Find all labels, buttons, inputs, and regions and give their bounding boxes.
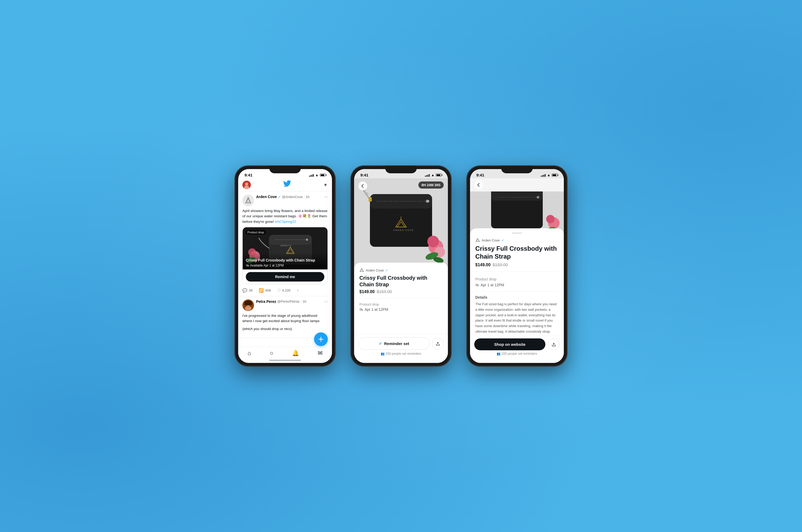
tweet-1-verified: ✓ bbox=[278, 195, 281, 199]
tweet-1-hashtag[interactable]: #ACSpring22 bbox=[275, 220, 296, 224]
detail-drop-row: 🛍 Apr 1 at 12PM bbox=[475, 283, 559, 287]
signal-icon bbox=[309, 174, 314, 177]
tweet-comment-action[interactable]: 💬 38 bbox=[242, 288, 253, 293]
svg-point-44 bbox=[427, 236, 439, 247]
phone-3-notch bbox=[501, 166, 533, 173]
tweet-product-card[interactable]: ARDEN CO Product drop Crissy Full Crossb… bbox=[242, 227, 328, 284]
compose-fab-button[interactable] bbox=[314, 332, 328, 346]
nav-bell-icon[interactable]: 🔔 bbox=[292, 350, 299, 357]
svg-point-23 bbox=[245, 306, 251, 311]
comment-icon: 💬 bbox=[242, 288, 247, 293]
back-button-2[interactable] bbox=[358, 182, 367, 190]
people-reminder-2: 👥 200 people set reminders bbox=[358, 352, 444, 356]
reminder-set-button[interactable]: ✓ Reminder set bbox=[358, 337, 429, 350]
tweet-retweet-action[interactable]: 🔁 468 bbox=[259, 288, 271, 293]
phone-1-status-icons: ▲ bbox=[309, 173, 325, 177]
tweet-2-text2: (which you should drop ur recs) bbox=[242, 326, 328, 331]
detail-brand-row: Arden Cove ✓ bbox=[475, 238, 559, 243]
share-button-2[interactable] bbox=[432, 338, 444, 349]
battery-icon-2 bbox=[436, 174, 442, 176]
svg-rect-52 bbox=[491, 191, 543, 201]
tweet-2-text: i've progressed to the stage of young ad… bbox=[242, 313, 328, 324]
tweet-share-action[interactable]: ↑ bbox=[297, 288, 299, 292]
tweet-1: Arden Cove ✓ @ArdenCove · 1h ··· April s… bbox=[238, 191, 332, 296]
phone2-bottom-actions: ✓ Reminder set 👥 200 people set remi bbox=[354, 334, 448, 363]
price-current-2: $149.00 bbox=[359, 289, 375, 294]
retweet-icon: 🔁 bbox=[259, 288, 264, 293]
price-original-2: $159.00 bbox=[377, 289, 392, 294]
remind-me-button[interactable]: Remind me bbox=[246, 272, 324, 282]
phone-2: 9:41 ▲ bbox=[351, 166, 451, 366]
brand-row-2: Arden Cove ✓ bbox=[359, 268, 443, 272]
tweet-1-more-button[interactable]: ··· bbox=[324, 195, 328, 200]
svg-point-56 bbox=[546, 215, 555, 223]
profile-avatar[interactable] bbox=[242, 180, 251, 189]
twitter-logo bbox=[283, 180, 291, 189]
price-row-2: $149.00 $159.00 bbox=[359, 289, 443, 294]
brand-name-2: Arden Cove bbox=[366, 268, 384, 272]
people-reminder-3: 👥 200 people set reminders bbox=[474, 352, 560, 356]
signal-icon-3 bbox=[541, 174, 546, 177]
svg-text:ARDEN COVE: ARDEN COVE bbox=[393, 229, 414, 231]
phone-3-header bbox=[470, 178, 564, 191]
details-heading: Details bbox=[475, 295, 559, 300]
phone-3-screen: 9:41 ▲ bbox=[470, 169, 564, 363]
svg-point-40 bbox=[384, 209, 385, 210]
phone-1-screen: 9:41 ▲ bbox=[238, 169, 332, 363]
tweet-2-author-row: Petra Perez @PerezPetraz · 1h bbox=[256, 300, 322, 304]
tweet-1-header: Arden Cove ✓ @ArdenCove · 1h ··· bbox=[242, 195, 328, 206]
back-button-3[interactable] bbox=[474, 180, 483, 189]
nav-search-icon[interactable]: ○ bbox=[270, 350, 273, 357]
tweet-2-more-button[interactable]: ··· bbox=[324, 300, 328, 304]
product-hero-image: 8H 24M 39S bbox=[354, 178, 448, 268]
product-card-image: ARDEN CO Product drop Crissy Full Crossb… bbox=[243, 227, 328, 269]
tweet-1-author-row: Arden Cove ✓ @ArdenCove · 1h bbox=[256, 195, 322, 199]
tweet-like-action[interactable]: ♡ 4,105 bbox=[277, 288, 291, 293]
shop-on-website-button[interactable]: Shop on website bbox=[474, 338, 545, 350]
wifi-icon-2: ▲ bbox=[431, 173, 434, 177]
tweet-1-text: April showers bring May flowers, and a l… bbox=[242, 208, 328, 224]
signal-icon-2 bbox=[425, 174, 430, 177]
detail-product-title: Crissy Full Crossbody with Chain Strap bbox=[475, 245, 559, 261]
tweet-2: Petra Perez @PerezPetraz · 1h ··· i've p… bbox=[238, 296, 332, 338]
phone-2-screen: 9:41 ▲ bbox=[354, 169, 448, 363]
battery-icon bbox=[320, 174, 325, 176]
twitter-header: ✦ bbox=[238, 178, 332, 191]
phone-2-status-icons: ▲ bbox=[425, 173, 442, 177]
tweet-1-time: 1h bbox=[305, 195, 309, 199]
section-label-2: Product drop bbox=[359, 302, 443, 306]
reminder-row-2: ✓ Reminder set bbox=[358, 337, 444, 350]
tweet-2-author-name: Petra Perez bbox=[256, 300, 276, 304]
wifi-icon: ▲ bbox=[315, 173, 319, 177]
sparkle-icon[interactable]: ✦ bbox=[323, 182, 328, 188]
product-info-card: Arden Cove ✓ Crissy Full Crossbody with … bbox=[354, 263, 448, 363]
svg-point-1 bbox=[245, 183, 248, 186]
svg-point-54 bbox=[537, 196, 539, 198]
detail-price-row: $149.00 $159.00 bbox=[475, 263, 559, 272]
wifi-icon-3: ▲ bbox=[547, 173, 551, 177]
brand-verified-2: ✓ bbox=[386, 268, 388, 272]
phone-2-notch bbox=[385, 166, 417, 173]
countdown-timer: 8H 24M 39S bbox=[418, 182, 444, 189]
detail-card: Arden Cove ✓ Crissy Full Crossbody with … bbox=[470, 228, 564, 363]
like-icon: ♡ bbox=[277, 288, 281, 293]
product-drop-badge: Product drop bbox=[245, 230, 266, 235]
arden-cove-avatar bbox=[242, 195, 254, 206]
product-title-overlay: Crissy Full Crossbody with Chain Strap 🛍… bbox=[243, 252, 328, 269]
comment-count: 38 bbox=[249, 288, 253, 292]
svg-rect-34 bbox=[369, 197, 372, 202]
detail-drop-section: Product drop 🛍 Apr 1 at 12PM bbox=[475, 277, 559, 287]
detail-brand-name: Arden Cove bbox=[482, 238, 500, 242]
nav-mail-icon[interactable]: ✉ bbox=[318, 350, 322, 357]
phone-1-time: 9:41 bbox=[244, 173, 253, 177]
drop-info-2: 🛍 Apr 1 at 12PM bbox=[359, 307, 443, 311]
svg-point-11 bbox=[306, 239, 308, 241]
tweet-1-actions: 💬 38 🔁 468 ♡ 4,105 ↑ bbox=[242, 287, 328, 293]
home-indicator bbox=[269, 360, 301, 361]
checkmark-icon: ✓ bbox=[379, 341, 382, 346]
svg-rect-31 bbox=[427, 200, 429, 202]
nav-home-icon[interactable]: ⌂ bbox=[248, 350, 251, 357]
svg-marker-58 bbox=[476, 238, 480, 242]
phone3-bottom-actions: Shop on website 👥 200 people set reminde… bbox=[470, 335, 564, 363]
share-button-3[interactable] bbox=[548, 339, 560, 350]
